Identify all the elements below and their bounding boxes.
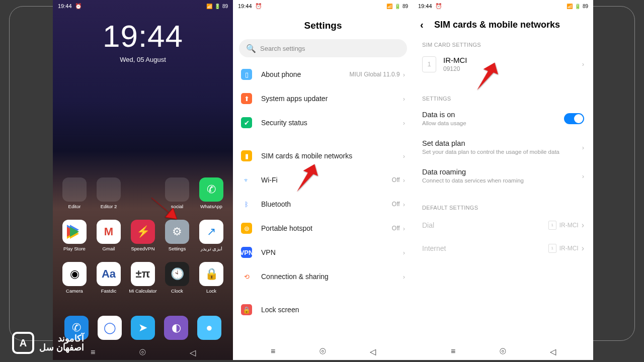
item-security-status[interactable]: ✔Security status› <box>233 111 413 135</box>
folder-editor2[interactable]: Editor 2 <box>93 177 124 209</box>
alarm-icon: ⏰ <box>75 3 82 10</box>
sim-card-row[interactable]: 1 IR-MCI 09120 › <box>413 51 593 90</box>
chevron-right-icon: › <box>582 244 584 253</box>
chevron-right-icon: › <box>582 172 584 180</box>
status-bar: 19:44⏰ 📶🔋89 <box>233 0 413 11</box>
signal-icon: 📶 <box>206 4 212 9</box>
status-time: 19:44 <box>58 3 72 9</box>
app-fastdic[interactable]: AaFastdic <box>93 262 124 294</box>
app-gmail[interactable]: MGmail <box>93 220 124 251</box>
chevron-right-icon: › <box>403 152 405 160</box>
calculator-icon: ±π <box>131 262 155 286</box>
search-input[interactable]: 🔍 Search settings <box>239 39 407 57</box>
item-vpn[interactable]: VPNVPN› <box>233 240 413 264</box>
sim-icon: ▮ <box>241 150 252 161</box>
item-system-updater[interactable]: ⬆System apps updater› <box>233 86 413 111</box>
fastdic-icon: Aa <box>97 262 121 286</box>
vpn-icon: VPN <box>241 247 252 258</box>
purple-circle-icon: ◐ <box>164 316 188 340</box>
gmail-icon: M <box>97 220 121 244</box>
item-sim-networks[interactable]: ▮SIM cards & mobile networks› <box>233 144 413 168</box>
data-toggle[interactable] <box>564 113 584 124</box>
row-data-on[interactable]: Data is onAllow data usage <box>413 105 593 133</box>
chevron-right-icon: › <box>403 201 405 208</box>
whatsapp-icon: ✆ <box>199 177 223 202</box>
chevron-right-icon: › <box>403 225 405 232</box>
lock-icon: 🔒 <box>241 304 252 315</box>
playstore-icon <box>62 220 87 244</box>
nav-bar: ≡ ⦾ ◁ <box>413 343 593 360</box>
chevron-right-icon: › <box>403 176 405 184</box>
item-hotspot[interactable]: ⊚Portable hotspotOff› <box>233 216 413 240</box>
search-icon: 🔍 <box>246 44 256 53</box>
search-placeholder: Search settings <box>260 45 305 52</box>
sim-badge-icon: 1 <box>548 244 556 253</box>
camera-icon: ◉ <box>62 262 87 286</box>
sim-badge-icon: 1 <box>548 221 556 230</box>
chevron-right-icon: › <box>403 71 405 78</box>
section-sim-card-settings: SIM CARD SETTINGS <box>413 37 593 51</box>
status-bar: 19:44⏰ 📶🔋89 <box>53 0 233 11</box>
alarm-icon: ⏰ <box>255 3 262 10</box>
item-lock-screen[interactable]: 🔒Lock screen <box>233 298 413 322</box>
nav-home[interactable]: ⦾ <box>137 349 148 356</box>
item-bluetooth[interactable]: ᛒBluetoothOff› <box>233 192 413 216</box>
home-date: Wed, 05 August <box>53 56 233 63</box>
home-clock: 19:44 <box>53 18 233 54</box>
nav-recents[interactable]: ≡ <box>448 348 459 355</box>
folder-editor[interactable]: Editor <box>59 177 90 209</box>
app-camera[interactable]: ◉Camera <box>59 262 90 294</box>
chevron-right-icon: › <box>582 144 584 151</box>
chevron-right-icon: › <box>582 221 584 230</box>
update-icon: ⬆ <box>241 93 252 104</box>
item-about-phone[interactable]: ▯About phoneMIUI Global 11.0.9› <box>233 62 413 86</box>
nav-back[interactable]: ◁ <box>547 348 558 355</box>
chevron-right-icon: › <box>403 273 405 281</box>
section-default-settings: DEFAULT SETTINGS <box>413 200 593 214</box>
nav-recents[interactable]: ≡ <box>88 349 99 356</box>
battery-icon: 🔋 <box>394 4 400 9</box>
wifi-icon: ᯤ <box>241 174 252 186</box>
app-calc[interactable]: ±πMi Calculator <box>127 262 158 294</box>
nav-home[interactable]: ⦾ <box>317 348 329 355</box>
chevron-right-icon: › <box>403 95 405 103</box>
nav-back[interactable]: ◁ <box>187 349 198 356</box>
row-data-roaming[interactable]: Data roamingConnect to data services whe… <box>413 162 593 191</box>
telegram-icon: ➤ <box>131 316 155 340</box>
dock-telegram[interactable]: ➤ <box>131 316 155 340</box>
nav-home[interactable]: ⦾ <box>498 348 509 355</box>
item-connection-sharing[interactable]: ⟲Connection & sharing› <box>233 264 413 289</box>
signal-icon: 📶 <box>567 4 573 9</box>
chevron-right-icon: › <box>403 119 405 127</box>
app-clock[interactable]: 🕙Clock <box>162 262 193 294</box>
blue-circle-icon: ● <box>197 316 221 340</box>
bluetooth-icon: ᛒ <box>241 199 252 210</box>
back-button[interactable]: ‹ <box>420 19 434 31</box>
watermark: A آکاموند اصفهان سل <box>12 332 84 354</box>
app-whatsapp[interactable]: ✆WhatsApp <box>196 177 227 209</box>
padlock-icon: 🔒 <box>199 262 223 286</box>
dock-app4[interactable]: ◐ <box>164 316 188 340</box>
app-trader[interactable]: ↗ایزی تریدر <box>196 220 227 251</box>
shield-icon: ✔ <box>241 117 252 128</box>
row-default-dial[interactable]: Dial 1 IR-MCI › <box>413 214 593 237</box>
nav-recents[interactable]: ≡ <box>268 348 279 355</box>
battery-icon: 🔋 <box>214 4 220 9</box>
nav-bar: ≡ ⦾ ◁ <box>233 343 413 360</box>
dock-app5[interactable]: ● <box>197 316 221 340</box>
row-set-data-plan[interactable]: Set data planSet your data plan to contr… <box>413 133 593 162</box>
speedvpn-icon: ⚡ <box>131 220 155 244</box>
sharing-icon: ⟲ <box>241 271 252 282</box>
phone-icon: ▯ <box>241 69 252 80</box>
row-default-internet[interactable]: Internet 1 IR-MCI › <box>413 237 593 260</box>
section-settings: SETTINGS <box>413 90 593 105</box>
app-playstore[interactable]: Play Store <box>59 220 90 251</box>
nav-back[interactable]: ◁ <box>367 348 378 355</box>
app-lock[interactable]: 🔒Lock <box>196 262 227 294</box>
home-screen: 19:44⏰ 📶🔋89 19:44 Wed, 05 August Editor … <box>53 0 233 360</box>
sim-name: IR-MCI <box>443 56 467 64</box>
hotspot-icon: ⊚ <box>241 223 252 234</box>
dock-signal[interactable]: ◯ <box>98 316 122 340</box>
app-speedvpn[interactable]: ⚡SpeedVPN <box>127 220 158 251</box>
chevron-right-icon: › <box>403 249 405 256</box>
